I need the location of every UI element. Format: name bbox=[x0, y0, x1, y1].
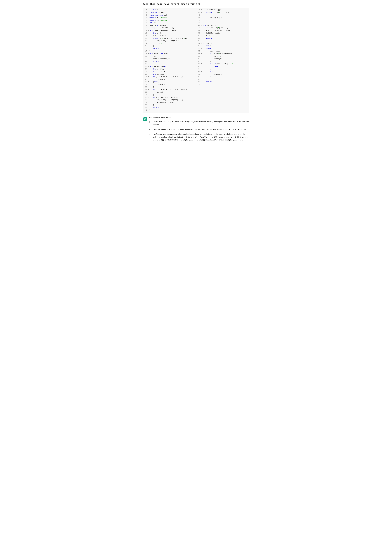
line-code: } bbox=[149, 94, 154, 96]
line-number: 49 bbox=[197, 29, 200, 32]
code-line: 53} bbox=[196, 40, 249, 42]
line-number: 28 bbox=[144, 78, 147, 81]
line-code: }else{ bbox=[149, 81, 159, 83]
line-number: 19 bbox=[144, 55, 147, 57]
line-code: } bbox=[203, 22, 204, 24]
line-code: } bbox=[149, 109, 150, 111]
line-number: 17 bbox=[144, 50, 147, 52]
line-code: if(A.at(largest) != A.at(i)){ bbox=[149, 96, 180, 98]
line-number: 61 bbox=[197, 60, 200, 63]
line-code: largest =r; bbox=[149, 91, 167, 93]
code-line: 14 i /= 2; bbox=[143, 42, 196, 45]
line-number: 51 bbox=[197, 35, 200, 37]
list-item-text: The function extract() is defined as ret… bbox=[153, 120, 249, 126]
line-code: largest = i; bbox=[149, 83, 168, 86]
line-code: else{ bbox=[203, 70, 214, 73]
line-code: if(com.at(0) == 008800">'i'){ bbox=[203, 53, 236, 55]
line-number: 66 bbox=[197, 73, 200, 76]
line-number: 40 bbox=[144, 109, 147, 111]
line-number: 62 bbox=[197, 63, 200, 65]
code-line: 3using namespace std; bbox=[143, 14, 196, 16]
line-arrow: ▼ bbox=[148, 53, 149, 54]
code-line: 8string com(1, 008800">'a'); bbox=[143, 27, 196, 29]
line-code: string com(1, 008800">'a'); bbox=[149, 27, 174, 29]
line-number: 1 bbox=[144, 9, 147, 11]
code-panel-left: 1#include<iostream>2#include<vector>3usi… bbox=[143, 8, 196, 113]
line-number: 42 bbox=[197, 11, 200, 14]
line-code: while(i > 1 && A.at(i) > A.at(i / 2)){ bbox=[149, 37, 188, 39]
line-code: int main(){ bbox=[203, 42, 213, 45]
code-line: 32▼ if (r <= H && A.at(r) > A.at(largest… bbox=[143, 88, 196, 91]
code-line: 26 int largest; bbox=[143, 73, 196, 76]
line-code: #include<iostream> bbox=[149, 9, 166, 11]
line-arrow: ▼ bbox=[148, 65, 149, 67]
line-code: } bbox=[149, 104, 154, 106]
line-code: #define MAX 2000000 bbox=[149, 16, 167, 19]
code-line: 2#include<vector> bbox=[143, 11, 196, 14]
response-content: The code has a few errors: 1.The functio… bbox=[149, 117, 249, 143]
code-line: 63 break; bbox=[196, 65, 249, 68]
line-number: 55 bbox=[197, 45, 200, 47]
line-number: 36 bbox=[144, 99, 147, 101]
line-code: extract(); bbox=[203, 73, 223, 76]
line-code: int i = H; bbox=[149, 32, 162, 34]
code-line: 54▼int main(){ bbox=[196, 42, 249, 45]
line-code: #include<vector> bbox=[149, 11, 164, 14]
line-code: #define INF 1000000 bbox=[149, 19, 167, 22]
line-code: } bbox=[149, 86, 154, 88]
line-number: 38 bbox=[144, 104, 147, 106]
line-number: 29 bbox=[144, 81, 147, 83]
code-line: 36 swap(A.at(i), A.at(largest)); bbox=[143, 99, 196, 101]
code-line: 48 cout << A.at(1) << endl; bbox=[196, 27, 249, 29]
line-code: using namespace std; bbox=[149, 14, 168, 16]
list-item-number: 3. bbox=[149, 133, 152, 136]
line-number: 15 bbox=[144, 45, 147, 47]
line-code: int H=0; bbox=[149, 22, 157, 24]
code-line: 38 } bbox=[143, 104, 196, 107]
code-line: 46} bbox=[196, 22, 249, 24]
line-code: while(1){ bbox=[203, 47, 214, 50]
line-arrow: ▼ bbox=[148, 29, 149, 31]
code-line: 42▼ for(int i = H/2; i; i--){ bbox=[196, 11, 249, 14]
line-number: 41 bbox=[197, 9, 200, 11]
code-line: 47▼void extract(){ bbox=[196, 24, 249, 27]
code-line: 22} bbox=[143, 63, 196, 65]
line-code: if (l <= H && A.at(l) > A.at(i)){ bbox=[149, 76, 183, 78]
code-line: 33 largest =r; bbox=[143, 91, 196, 94]
line-code: maxHeapify(i); bbox=[203, 16, 223, 19]
line-code: return; bbox=[149, 107, 159, 109]
line-arrow: ▼ bbox=[201, 63, 202, 65]
line-number: 22 bbox=[144, 63, 147, 65]
code-line: 25 int r = 2*i + 1; bbox=[143, 70, 196, 73]
code-line: 21 return; bbox=[143, 60, 196, 63]
line-number: 34 bbox=[144, 94, 147, 96]
line-number: 24 bbox=[144, 68, 147, 70]
code-line: 11 A.at(i) = key; bbox=[143, 35, 196, 37]
line-code: if (r <= H && A.at(r) > A.at(largest)){ bbox=[149, 88, 189, 91]
line-code: } bbox=[203, 76, 211, 78]
code-line: 31 } bbox=[143, 86, 196, 88]
line-code: int n; bbox=[203, 45, 212, 47]
line-number: 25 bbox=[144, 70, 147, 73]
line-number: 6 bbox=[144, 22, 147, 24]
line-number: 67 bbox=[197, 76, 200, 78]
list-item: 2.The line A.at(1) = A.at(H+1) = -INF; i… bbox=[149, 128, 249, 131]
line-number: 45 bbox=[197, 19, 200, 22]
line-code: return; bbox=[149, 60, 159, 63]
line-number: 50 bbox=[197, 32, 200, 34]
code-line: 50 buildMaxHeap(); bbox=[196, 32, 249, 35]
line-code: largest = l; bbox=[149, 78, 168, 81]
line-number: 59 bbox=[197, 55, 200, 57]
line-code: } bbox=[203, 68, 211, 70]
code-line: 61 } bbox=[196, 60, 249, 63]
line-number: 39 bbox=[144, 107, 147, 109]
line-number: 35 bbox=[144, 96, 147, 98]
code-line: 27▼ if (l <= H && A.at(l) > A.at(i)){ bbox=[143, 76, 196, 78]
line-code: } bbox=[149, 50, 150, 52]
line-code: maxHeapify(largest); bbox=[149, 101, 175, 104]
code-line: 1#include<iostream> bbox=[143, 9, 196, 11]
list-item: 1.The function extract() is defined as r… bbox=[149, 120, 249, 126]
code-line: 13 swap(A.at(i), A.at(i / 2)); bbox=[143, 40, 196, 42]
line-number: 69 bbox=[197, 81, 200, 83]
line-number: 33 bbox=[144, 91, 147, 93]
